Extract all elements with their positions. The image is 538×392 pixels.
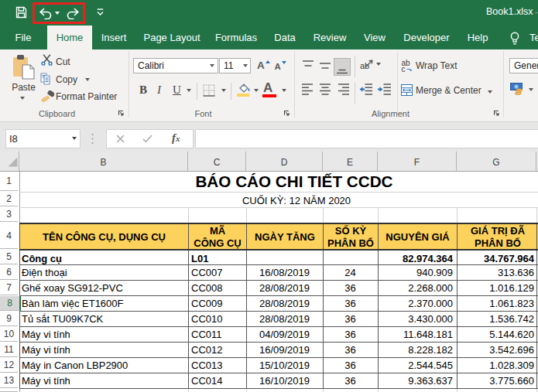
svg-text:ab: ab [360,61,369,70]
svg-text:c: c [402,65,406,73]
